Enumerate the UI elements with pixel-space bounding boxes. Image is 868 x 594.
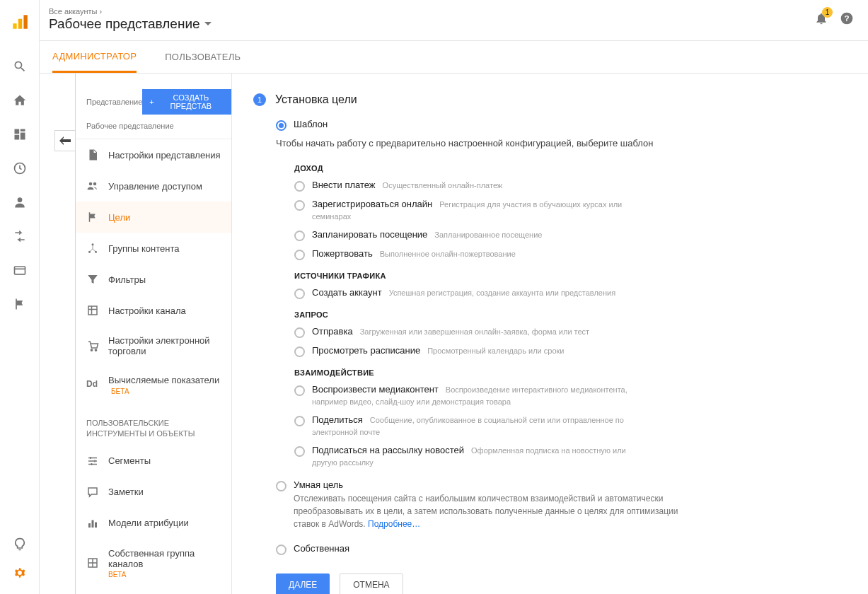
nav-annotations[interactable]: Заметки [76,477,231,508]
sliders-icon [86,455,99,467]
template-radio[interactable] [294,385,305,396]
template-group: ЗапросОтправкаЗагруженная или завершенна… [276,310,840,357]
svg-text:?: ? [844,13,849,23]
template-radio[interactable] [294,289,305,299]
next-button[interactable]: Далее [276,573,330,594]
template-group: ДоходВнести платежОсуществленный онлайн-… [276,164,840,260]
nav-channel-settings[interactable]: Настройки канала [76,295,231,326]
template-radio[interactable] [294,231,305,241]
section-personal-tools: Пользовательские инструменты и объекты [76,405,231,446]
discover-icon[interactable] [13,537,27,552]
nav-custom-alerts[interactable]: Специальные оповещения [76,588,231,594]
template-radio[interactable] [294,446,305,457]
back-button[interactable] [54,130,76,151]
template-radio[interactable] [294,181,305,192]
template-label: Создать аккаунт [312,287,382,298]
svg-rect-16 [88,523,91,528]
breadcrumb[interactable]: Все аккаунты › [49,7,814,16]
flag-icon[interactable] [13,297,27,311]
radio-custom[interactable] [276,544,287,555]
template-radio[interactable] [294,327,305,338]
ga-logo [11,13,29,31]
chevron-down-icon [204,22,212,26]
svg-rect-1 [18,19,21,29]
channel-icon [86,304,99,317]
svg-point-9 [93,182,97,186]
template-option[interactable]: Зарегистрироваться онлайнРегистрация для… [294,199,840,222]
create-view-button[interactable]: + Создать представ [142,89,231,115]
dd-icon: Dd [86,379,99,392]
svg-point-15 [95,349,96,351]
template-radio[interactable] [294,346,305,357]
template-radio[interactable] [294,200,305,211]
clock-icon[interactable] [13,161,27,175]
template-option[interactable]: Создать аккаунтУспешная регистрация, соз… [294,287,840,299]
back-arrow-icon [59,136,71,145]
template-desc: Просмотренный календарь или сроки [427,346,564,355]
nav-goals[interactable]: Цели [76,202,231,233]
cancel-button[interactable]: Отмена [340,573,403,594]
conversions-icon[interactable] [13,229,27,243]
template-option[interactable]: Воспроизвести медиаконтентВоспроизведени… [294,384,840,407]
template-option[interactable]: ПоделитьсяСообщение, опубликованное в со… [294,414,840,438]
help-button[interactable]: ? [840,11,854,25]
radio-custom-label: Собственная [294,543,349,554]
hierarchy-icon [86,242,99,255]
home-icon[interactable] [13,93,27,107]
svg-rect-5 [14,267,25,274]
people-icon [86,180,99,192]
svg-point-10 [92,243,94,245]
comment-icon [86,486,99,499]
template-label: Воспроизвести медиаконтент [312,384,439,395]
nav-filters[interactable]: Фильтры [76,264,231,295]
group-title: Источники трафика [294,272,840,280]
flag-icon [86,211,99,223]
plus-icon: + [149,98,154,106]
nav-segments[interactable]: Сегменты [76,446,231,477]
radio-template[interactable] [276,120,287,131]
nav-attribution[interactable]: Модели атрибуции [76,508,231,539]
smart-learn-more-link[interactable]: Подробнее… [368,519,420,529]
nav-content-groups[interactable]: Группы контента [76,233,231,264]
user-icon[interactable] [13,195,27,209]
search-icon[interactable] [13,59,27,74]
card-icon[interactable] [13,263,27,277]
group-title: Запрос [294,310,840,319]
template-option[interactable]: ПожертвоватьВыполненное онлайн-пожертвов… [294,248,840,260]
notifications-button[interactable]: 1 [814,11,828,25]
sidebar-view-name[interactable]: Рабочее представление [76,115,231,139]
nav-calculated-metrics[interactable]: Dd Вычисляемые показатели БЕТА [76,366,231,405]
svg-rect-17 [92,520,94,528]
group-title: Взаимодействие [294,368,840,377]
template-desc: Запланированное посещение [434,231,542,239]
grid-icon [86,557,99,569]
svg-point-14 [91,349,92,351]
admin-gear-icon[interactable] [13,566,27,580]
template-label: Просмотреть расписание [312,345,420,356]
template-desc: Осуществленный онлайн-платеж [383,181,503,190]
template-option[interactable]: Просмотреть расписаниеПросмотренный кале… [294,345,840,357]
nav-custom-channel-group[interactable]: Собственная группа каналов BETA [76,539,231,588]
sidebar-label: Представление [86,98,142,106]
group-title: Доход [294,164,840,173]
template-radio[interactable] [294,416,305,426]
tab-admin[interactable]: Администратор [52,41,137,73]
template-desc: Загруженная или завершенная онлайн-заявк… [360,327,589,336]
notification-badge: 1 [822,7,833,18]
template-radio[interactable] [294,250,305,260]
template-desc: Выполненное онлайн-пожертвование [380,250,516,258]
view-title-text: Рабочее представление [49,16,200,32]
tab-user[interactable]: Пользователь [165,41,241,73]
template-option[interactable]: Подписаться на рассылку новостейОформлен… [294,445,840,468]
create-btn-text: Создать представ [158,93,224,110]
template-option[interactable]: Внести платежОсуществленный онлайн-плате… [294,180,840,192]
radio-smart-goal[interactable] [276,481,287,491]
view-title-selector[interactable]: Рабочее представление [49,16,814,32]
nav-view-settings[interactable]: Настройки представления [76,139,231,170]
tabs-row: Администратор Пользователь [40,41,868,74]
template-option[interactable]: ОтправкаЗагруженная или завершенная онла… [294,326,840,338]
nav-ecommerce[interactable]: Настройки электронной торговли [76,326,231,366]
nav-access-management[interactable]: Управление доступом [76,170,231,202]
dashboard-icon[interactable] [13,127,27,141]
template-option[interactable]: Запланировать посещениеЗапланированное п… [294,229,840,241]
